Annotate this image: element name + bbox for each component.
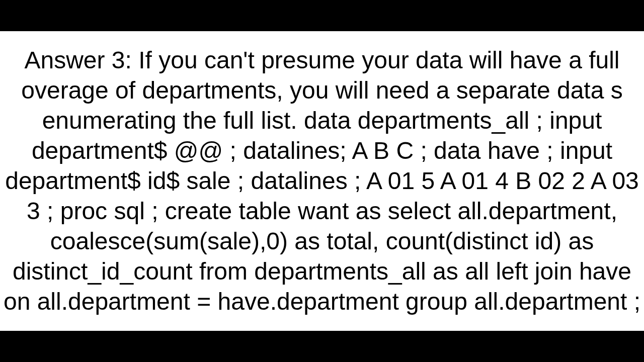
letterbox-top xyxy=(0,0,644,31)
content-area: Answer 3: If you can't presume your data… xyxy=(0,31,644,331)
letterbox-bottom xyxy=(0,331,644,362)
answer-text: Answer 3: If you can't presume your data… xyxy=(0,45,644,317)
